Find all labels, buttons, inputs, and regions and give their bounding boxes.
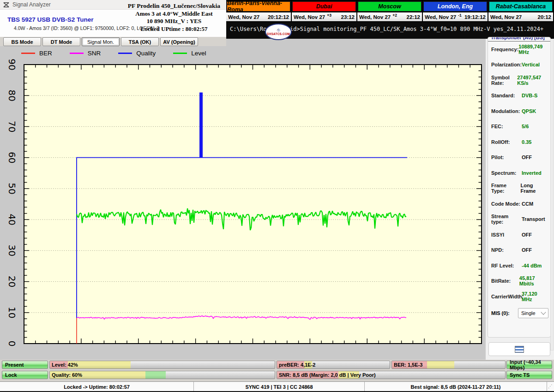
- mis-row: MIS (0): Single: [488, 306, 550, 320]
- tab-tsa-ok-[interactable]: TSA (OK): [121, 37, 159, 46]
- param-value: -44 dBm: [522, 263, 542, 268]
- transponder-row: Code Mode:CCM: [488, 196, 550, 212]
- svg-text:60: 60: [6, 152, 18, 163]
- svg-text:50: 50: [6, 183, 18, 194]
- site-line-3: 10 890 MHz_V : YES: [119, 18, 229, 25]
- present-badge: Present: [2, 361, 48, 369]
- transponder-row: NPD:OFF: [488, 243, 550, 258]
- transponder-panel: Transponder (A0) [BS] Frequency:10889,74…: [486, 39, 554, 360]
- legend-swatch: [173, 53, 187, 54]
- chevron-down-icon: [541, 309, 546, 315]
- level-meter: Level: 42%: [49, 361, 275, 369]
- panel-scrollbar[interactable]: [550, 39, 554, 350]
- svg-text:20: 20: [6, 276, 18, 287]
- param-value: OFF: [522, 247, 532, 253]
- transponder-row: Polarization:Vertical: [488, 57, 550, 73]
- tab-bs-mode[interactable]: BS Mode: [3, 37, 41, 46]
- legend-item-ber: BER: [21, 50, 52, 57]
- meter-label: preBER: 4,1E-2: [279, 362, 315, 368]
- legend-label: BER: [39, 50, 52, 57]
- transponder-row: Frame Type:Long Frame: [488, 181, 550, 196]
- chart-legend: BERSNRQualityLevel: [21, 50, 206, 57]
- resize-grip[interactable]: ⋰: [548, 384, 553, 389]
- save-button[interactable]: [488, 342, 550, 356]
- param-label: Pilot:: [491, 154, 522, 160]
- transponder-groupbox: Transponder (A0) [BS] Frequency:10889,74…: [488, 37, 551, 338]
- legend-item-level: Level: [173, 50, 206, 57]
- param-label: Code Mode:: [491, 201, 522, 207]
- param-label: Frame Type:: [491, 183, 520, 194]
- svg-text:80: 80: [6, 89, 18, 101]
- meter-label: SNR: 8,5 dB (Margin: 2,0 dB | Very Poor): [279, 372, 376, 378]
- svg-text:0: 0: [6, 341, 18, 347]
- ber-meter: BER: 1,5E-3: [391, 361, 506, 369]
- window-title: Signal Analyzer: [12, 1, 51, 8]
- clock-column-4: Rabat-CasablancaWed, Nov 2720:12: [488, 0, 554, 22]
- mis-value: Single: [521, 310, 536, 316]
- legend-swatch: [70, 53, 84, 54]
- clock-city: London, Eng: [423, 1, 488, 12]
- clock-time: Wed, Nov 2720:12:12: [226, 12, 291, 21]
- clock-column-2: MoscowWed, Nov 27+222:12: [357, 0, 423, 22]
- legend-swatch: [21, 53, 35, 54]
- param-label: RollOff:: [491, 139, 522, 145]
- tab-dt-mode[interactable]: DT Mode: [42, 37, 80, 46]
- save-icon: [515, 346, 524, 353]
- transponder-row: ISSYIOFF: [488, 227, 550, 243]
- param-label: BitRate:: [491, 278, 519, 284]
- tab-signal-mon-[interactable]: Signal Mon.: [82, 37, 120, 46]
- site-header: PF Prodelin 450_Lučenec/Slovakia Amos 3 …: [119, 2, 229, 33]
- param-label: Polarization:: [491, 62, 522, 67]
- param-value: OFF: [522, 154, 532, 160]
- legend-label: Level: [191, 50, 206, 57]
- legend-swatch: [118, 53, 132, 54]
- param-value: Inverted: [522, 170, 542, 176]
- transponder-row: BitRate:45,817 Mbit/s: [488, 273, 550, 289]
- meter-label: BER: 1,5E-3: [394, 362, 422, 368]
- site-line-4: Locked UPtime : 80:02:57: [119, 25, 229, 33]
- lock-badge: Lock: [2, 371, 48, 379]
- param-label: RF Level:: [491, 263, 522, 268]
- transponder-row: Pilot:OFF: [488, 150, 550, 166]
- dxsatcs-logo: ⛗ DXSATCS.COM: [265, 24, 292, 40]
- param-label: CarrierWidth:: [491, 294, 522, 299]
- svg-text:10: 10: [6, 307, 18, 318]
- transponder-row: Symbol Rate:27497,547 KS/s: [488, 72, 550, 88]
- clock-city: Rabat-Casablanca: [488, 1, 553, 12]
- svg-text:90: 90: [6, 59, 18, 70]
- mode-tabbar: BS ModeDT ModeSignal Mon.TSA (OK)AV (Ope…: [0, 37, 226, 46]
- param-value: CCM: [522, 201, 533, 207]
- param-label: ISSYI: [491, 232, 522, 238]
- transponder-row: FEC:5/6: [488, 119, 550, 135]
- site-line-2: Amos 3 at 4.0°W_Middle East: [119, 10, 229, 18]
- transponder-row: Stream type:Transport: [488, 212, 550, 227]
- param-label: Modulation:: [491, 108, 522, 114]
- meter-fill: [145, 371, 166, 379]
- tab-av-opening-[interactable]: AV (Opening): [160, 37, 198, 46]
- header-left: Signal Analyzer TBS 5927 USB DVB-S2 Tune…: [0, 0, 226, 37]
- param-value: 0.35: [522, 139, 531, 145]
- param-value: Transport: [522, 216, 545, 222]
- param-value: 10889,749 MHz: [518, 44, 548, 55]
- filler: [226, 39, 486, 46]
- clock-time: Wed, Nov 27+222:12: [357, 12, 422, 21]
- transponder-row: Modulation:QPSK: [488, 103, 550, 119]
- statusbar-uptime: Locked -> Uptime: 80:02:57: [0, 382, 194, 392]
- clock-city: Berlin-Paris-Vienna-Roma: [226, 1, 291, 12]
- tuner-name: TBS 5927 USB DVB-S2 Tuner: [7, 16, 94, 23]
- clock-city: Dubai: [292, 1, 356, 12]
- app-icon: [3, 1, 10, 8]
- satellite-dish-icon: ⛗: [277, 28, 280, 32]
- mis-dropdown[interactable]: Single: [518, 308, 548, 318]
- meter-label: Quality: 60%: [52, 372, 82, 378]
- clock-city: Moscow: [357, 1, 422, 12]
- legend-item-quality: Quality: [118, 50, 156, 57]
- sync-ts-badge: Sync TS: [506, 371, 552, 379]
- site-line-1: PF Prodelin 450_Lučenec/Slovakia: [119, 2, 229, 10]
- param-label: NPD:: [491, 247, 522, 253]
- svg-text:70: 70: [6, 121, 18, 132]
- clock-time: Wed, Nov 27-119:12:12: [423, 12, 488, 21]
- clock-column-3: London, EngWed, Nov 27-119:12:12: [423, 0, 488, 22]
- snr-meter: SNR: 8,5 dB (Margin: 2,0 dB | Very Poor): [277, 371, 506, 379]
- param-value: 5/6: [522, 124, 529, 129]
